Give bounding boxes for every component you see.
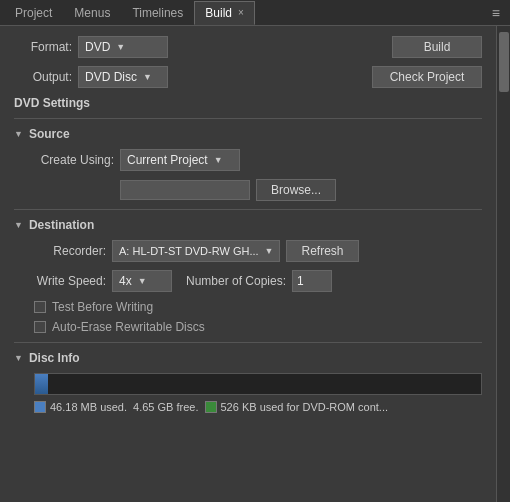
source-section-header[interactable]: ▼ Source <box>14 127 482 141</box>
auto-erase-row: Auto-Erase Rewritable Discs <box>34 320 482 334</box>
tab-menus[interactable]: Menus <box>63 1 121 25</box>
create-using-dropdown[interactable]: Current Project ▼ <box>120 149 240 171</box>
dvd-settings-title: DVD Settings <box>14 96 482 110</box>
create-using-row: Create Using: Current Project ▼ <box>34 149 482 171</box>
format-dropdown[interactable]: DVD ▼ <box>78 36 168 58</box>
write-speed-row: Write Speed: 4x ▼ Number of Copies: <box>34 270 482 292</box>
tab-project[interactable]: Project <box>4 1 63 25</box>
refresh-button[interactable]: Refresh <box>286 240 358 262</box>
disc-info-section-header[interactable]: ▼ Disc Info <box>14 351 482 365</box>
legend-free-label: 4.65 GB free. <box>133 401 198 413</box>
destination-label: Destination <box>29 218 94 232</box>
copies-input[interactable] <box>292 270 332 292</box>
scrollbar-thumb[interactable] <box>499 32 509 92</box>
legend-dvdrom-icon <box>205 401 217 413</box>
format-row: Format: DVD ▼ Build <box>14 36 482 58</box>
output-row: Output: DVD Disc ▼ Check Project <box>14 66 482 88</box>
format-dropdown-arrow: ▼ <box>116 42 125 52</box>
tab-build-label: Build <box>205 6 232 20</box>
legend-dvdrom-label: 526 KB used for DVD-ROM cont... <box>221 401 389 413</box>
tab-timelines-label: Timelines <box>132 6 183 20</box>
format-label: Format: <box>14 40 72 54</box>
test-before-writing-row: Test Before Writing <box>34 300 482 314</box>
browse-button[interactable]: Browse... <box>256 179 336 201</box>
legend-used: 46.18 MB used. <box>34 401 127 413</box>
legend-dvdrom: 526 KB used for DVD-ROM cont... <box>205 401 389 413</box>
disc-info-legend: 46.18 MB used. 4.65 GB free. 526 KB used… <box>34 401 482 413</box>
tab-build[interactable]: Build × <box>194 1 255 25</box>
tab-menus-label: Menus <box>74 6 110 20</box>
disc-info-label: Disc Info <box>29 351 80 365</box>
tab-bar: Project Menus Timelines Build × ≡ <box>0 0 510 26</box>
source-label: Source <box>29 127 70 141</box>
output-value: DVD Disc <box>85 70 137 84</box>
create-using-dropdown-arrow: ▼ <box>214 155 223 165</box>
auto-erase-label: Auto-Erase Rewritable Discs <box>52 320 205 334</box>
output-dropdown[interactable]: DVD Disc ▼ <box>78 66 168 88</box>
destination-triangle-icon: ▼ <box>14 220 23 230</box>
recorder-row: Recorder: A: HL-DT-ST DVD-RW GH... ▼ Ref… <box>34 240 482 262</box>
write-speed-dropdown-arrow: ▼ <box>138 276 147 286</box>
legend-used-label: 46.18 MB used. <box>50 401 127 413</box>
legend-free: 4.65 GB free. <box>133 401 198 413</box>
disc-info-bar-fill <box>35 374 48 394</box>
recorder-label: Recorder: <box>34 244 106 258</box>
check-project-button[interactable]: Check Project <box>372 66 482 88</box>
content-panel: Format: DVD ▼ Build Output: DVD Disc ▼ C… <box>0 26 496 502</box>
divider-3 <box>14 342 482 343</box>
browse-path-field[interactable] <box>120 180 250 200</box>
disc-info-triangle-icon: ▼ <box>14 353 23 363</box>
write-speed-label: Write Speed: <box>34 274 106 288</box>
copies-label: Number of Copies: <box>186 274 286 288</box>
tab-menu-button[interactable]: ≡ <box>486 5 506 21</box>
test-before-writing-label: Test Before Writing <box>52 300 153 314</box>
legend-used-icon <box>34 401 46 413</box>
tab-timelines[interactable]: Timelines <box>121 1 194 25</box>
test-before-writing-checkbox[interactable] <box>34 301 46 313</box>
browse-row: Browse... <box>120 179 482 201</box>
source-triangle-icon: ▼ <box>14 129 23 139</box>
auto-erase-checkbox[interactable] <box>34 321 46 333</box>
source-content: Create Using: Current Project ▼ Browse..… <box>14 149 482 201</box>
create-using-value: Current Project <box>127 153 208 167</box>
disc-info-content: 46.18 MB used. 4.65 GB free. 526 KB used… <box>14 373 482 413</box>
output-label: Output: <box>14 70 72 84</box>
tab-project-label: Project <box>15 6 52 20</box>
tab-build-close[interactable]: × <box>238 7 244 18</box>
write-speed-value: 4x <box>119 274 132 288</box>
divider-1 <box>14 118 482 119</box>
destination-content: Recorder: A: HL-DT-ST DVD-RW GH... ▼ Ref… <box>14 240 482 334</box>
recorder-dropdown[interactable]: A: HL-DT-ST DVD-RW GH... ▼ <box>112 240 280 262</box>
divider-2 <box>14 209 482 210</box>
scrollbar[interactable] <box>496 26 510 502</box>
output-dropdown-arrow: ▼ <box>143 72 152 82</box>
destination-section-header[interactable]: ▼ Destination <box>14 218 482 232</box>
format-value: DVD <box>85 40 110 54</box>
write-speed-dropdown[interactable]: 4x ▼ <box>112 270 172 292</box>
main-panel: Format: DVD ▼ Build Output: DVD Disc ▼ C… <box>0 26 510 502</box>
create-using-label: Create Using: <box>34 153 114 167</box>
recorder-dropdown-arrow: ▼ <box>265 246 274 256</box>
recorder-value: A: HL-DT-ST DVD-RW GH... <box>119 245 259 257</box>
disc-info-bar <box>34 373 482 395</box>
build-button[interactable]: Build <box>392 36 482 58</box>
